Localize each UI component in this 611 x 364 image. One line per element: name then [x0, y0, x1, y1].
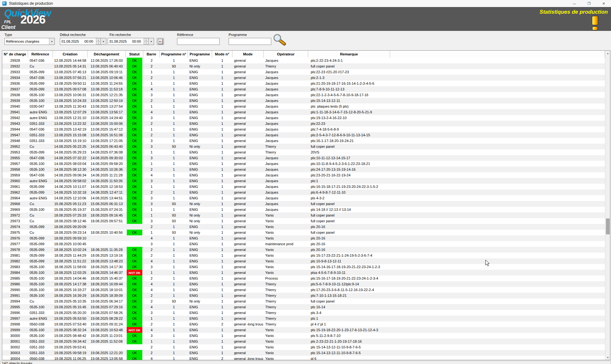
start-time-stepper[interactable]: ▲▼ [96, 38, 101, 45]
table-row[interactable]: 299990535-10019.08.2025 08:32:2419.08.20… [2, 327, 605, 333]
table-row[interactable]: 29968Cu15.08.2025 05:11:2315.08.2025 06:… [2, 201, 605, 207]
table-row[interactable]: 299690535-10015.08.2025 05:19:3715.08.20… [2, 207, 605, 212]
spin-down-icon[interactable]: ▼ [96, 41, 101, 45]
column-header[interactable]: Mode n° [212, 51, 232, 58]
table-row[interactable]: 299910535-10018.08.2025 16:39:2918.08.20… [2, 293, 605, 298]
table-row[interactable]: 299850535-10018.08.2025 14:04:4618.08.20… [2, 275, 605, 281]
table-row[interactable]: 299530535-09914.08.2025 05:29:2314.08.20… [2, 149, 605, 155]
table-row[interactable]: 299610535-09914.08.2025 10:11:0714.08.20… [2, 184, 605, 189]
table-row[interactable]: 299400330-04713.08.2025 11:30:4313.08.20… [2, 103, 605, 109]
table-row[interactable]: 299830535-10018.08.2025 11:58:0018.08.20… [2, 264, 605, 270]
chevron-down-icon[interactable]: ▼ [101, 38, 106, 45]
column-header[interactable]: Référence [28, 51, 53, 58]
table-row[interactable]: 299570535-10014.08.2025 08:03:0414.08.20… [2, 161, 605, 167]
table-row[interactable]: 29964autre ENIG14.08.2025 12:10:0614.08.… [2, 195, 605, 201]
table-row[interactable]: 299820535-09918.08.2025 11:51:2218.08.20… [2, 258, 605, 264]
start-date-input[interactable]: 01.08.2025 00:00 ▲▼ ▼ [60, 38, 106, 45]
reference-input[interactable] [177, 38, 220, 45]
table-cell: 29999 [2, 327, 28, 333]
end-time-stepper[interactable]: ▲▼ [144, 38, 148, 45]
table-row[interactable]: 29932Cu13.08.2025 05:14:3113.08.2025 06:… [2, 63, 605, 69]
table-row[interactable]: 300030351-33319.08.2025 09:58:1919.08.20… [2, 350, 605, 356]
column-header[interactable]: Création [53, 51, 88, 58]
table-row[interactable]: 299390535-10013.08.2025 10:24:3313.08.20… [2, 98, 605, 103]
table-row[interactable]: 29994Cu19.08.2025 05:10:3519.08.2025 06:… [2, 298, 605, 304]
table-row[interactable]: 299980560-03819.08.2025 07:53:4019.08.20… [2, 321, 605, 327]
table-row[interactable]: 299330535-09913.08.2025 07:45:1313.08.20… [2, 69, 605, 75]
table-row[interactable]: 29960autre ENIG14.08.2025 09:58:0214.08.… [2, 178, 605, 184]
minimize-button[interactable]: — [567, 0, 582, 7]
status-badge: OK [127, 189, 142, 195]
table-cell: 13.08.2025 07:45:13 [53, 69, 88, 75]
column-header[interactable]: Déchargement [88, 51, 126, 58]
chevron-down-icon[interactable]: ▼ [49, 38, 54, 45]
table-row[interactable]: 300010351-33319.08.2025 09:34:4219.08.20… [2, 339, 605, 344]
table-row[interactable]: 299900535-10018.08.2025 16:33:2718.08.20… [2, 287, 605, 293]
table-cell: 29996 [2, 310, 28, 316]
table-row[interactable]: 299780535-09918.08.2025 10:02:2418.08.20… [2, 247, 605, 253]
spin-up-icon[interactable]: ▲ [144, 38, 148, 41]
table-row[interactable]: 299950535-10019.08.2025 05:15:4519.08.20… [2, 304, 605, 310]
end-date-input[interactable]: 31.08.2025 00:00 ▲▼ ▼ [108, 38, 154, 45]
table-row[interactable]: 299810535-09918.08.2025 11:44:2918.08.20… [2, 253, 605, 258]
table-row[interactable]: 29975Cu18.08.2025 09:23:1418.08.2025 10:… [2, 230, 605, 235]
status-badge: OK [127, 195, 142, 201]
table-row[interactable]: 299840535-10018.08.2025 12:03:2518.08.20… [2, 270, 605, 275]
table-row[interactable]: 299480351-33313.08.2025 15:19:1013.08.20… [2, 138, 605, 144]
column-header[interactable]: Remarque [308, 51, 390, 58]
table-row[interactable]: 299770535-09918.08.2025 10:00:4531ENIG1g… [2, 241, 605, 247]
table-row[interactable]: 29942autre ENIG13.08.2025 12:31:1013.08.… [2, 115, 605, 121]
calendar-button[interactable]: 31 [157, 38, 164, 45]
column-header[interactable]: Programme n° [160, 51, 188, 58]
table-row[interactable]: 299380535-10013.08.2025 10:06:3113.08.20… [2, 92, 605, 98]
table-cell: 3 [143, 201, 160, 207]
table-row[interactable]: 299760535-09918.08.2025 09:59:1041ENIG1g… [2, 235, 605, 241]
spin-up-icon[interactable]: ▲ [96, 38, 101, 41]
status-cell: OK [126, 126, 143, 132]
scroll-up-icon[interactable]: ▲ [605, 51, 610, 56]
column-header[interactable]: N° de charge [2, 51, 28, 58]
column-header[interactable]: Programme [188, 51, 212, 58]
scrollbar-thumb[interactable] [606, 218, 610, 234]
table-row[interactable]: 299960351-33319.08.2025 05:20:2019.08.20… [2, 310, 605, 316]
table-cell [390, 69, 605, 75]
table-row[interactable]: 299280547-03612.08.2025 14:44:5812.08.20… [2, 58, 605, 63]
table-row[interactable]: 299360535-09913.08.2025 09:50:1113.08.20… [2, 81, 605, 86]
table-row[interactable]: 29997autre ENIG19.08.2025 05:53:5019.08.… [2, 316, 605, 321]
column-header[interactable]: Opérateur [264, 51, 308, 58]
table-row[interactable]: 29973Cu18.08.2025 08:12:4618.08.2025 09:… [2, 218, 605, 224]
chevron-down-icon[interactable]: ▼ [148, 38, 154, 45]
table-row[interactable]: 299430351-33313.08.2025 13:22:3213.08.20… [2, 121, 605, 126]
table-cell: 14.08.2025 06:43:40 [88, 144, 126, 149]
table-row[interactable]: 299860535-10018.08.2025 14:17:3818.08.20… [2, 281, 605, 287]
table-row[interactable]: 299590547-03614.08.2025 09:06:3414.08.20… [2, 172, 605, 178]
table-row[interactable]: 299620535-09914.08.2025 10:32:1814.08.20… [2, 189, 605, 195]
table-row[interactable]: 299580535-10014.08.2025 08:12:3014.08.20… [2, 167, 605, 172]
column-header[interactable]: Barre [143, 51, 160, 58]
table-row[interactable]: 299370535-09913.08.2025 09:57:0813.08.20… [2, 86, 605, 92]
search-button[interactable] [273, 33, 287, 49]
column-header[interactable] [390, 51, 605, 58]
spin-down-icon[interactable]: ▼ [144, 41, 148, 45]
table-cell [88, 241, 126, 247]
table-row[interactable]: 300020351-33319.08.2025 09:53:4121ENIG1g… [2, 344, 605, 350]
maximize-button[interactable]: ❐ [582, 0, 596, 7]
table-row[interactable]: 29952Cu14.08.2025 05:22:2514.08.2025 06:… [2, 144, 605, 149]
table-row[interactable]: 29972Cu18.08.2025 07:25:3318.08.2025 09:… [2, 212, 605, 218]
table-row[interactable]: 299550547-03614.08.2025 07:32:2214.08.20… [2, 155, 605, 161]
vertical-scrollbar[interactable]: ▲ ▼ [605, 51, 610, 360]
column-header[interactable]: Mode [232, 51, 264, 58]
table-row[interactable]: 300040560-03819.08.2025 11:06:2519.08.20… [2, 356, 605, 360]
table-row[interactable]: 299740535-09918.08.2025 09:20:0921ENIG1g… [2, 224, 605, 230]
scroll-down-icon[interactable]: ▼ [605, 355, 610, 360]
table-row[interactable]: 299340547-03613.08.2025 07:56:2113.08.20… [2, 75, 605, 81]
programme-input[interactable] [229, 38, 271, 45]
table-row[interactable]: 299470351-33313.08.2025 15:15:0813.08.20… [2, 132, 605, 138]
table-cell: general [232, 58, 264, 63]
type-dropdown[interactable]: Références chargées ▼ [4, 38, 55, 45]
table-row[interactable]: 299440547-03613.08.2025 13:42:1913.08.20… [2, 126, 605, 132]
column-header[interactable]: Statut [126, 51, 143, 58]
table-row[interactable]: 300000535-10019.08.2025 08:48:4219.08.20… [2, 333, 605, 339]
close-button[interactable]: ✕ [596, 0, 611, 7]
table-row[interactable]: 29941autre ENIG13.08.2025 12:07:2913.08.… [2, 109, 605, 115]
